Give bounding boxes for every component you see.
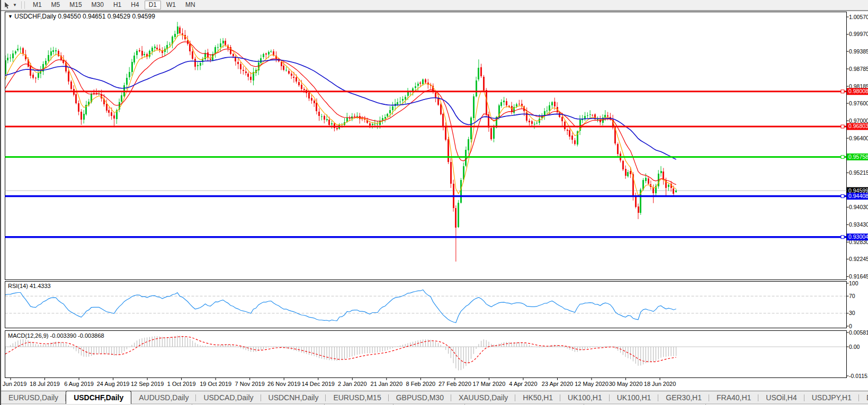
timeframe-button-h4[interactable]: H4: [127, 1, 143, 10]
tab-audusd-daily[interactable]: AUDUSD,Daily: [131, 392, 196, 404]
hline-handle: [841, 155, 844, 158]
tab-uk100-h1[interactable]: UK100,H1: [610, 392, 659, 404]
tab-gbpusd-m30[interactable]: GBPUSD,M30: [389, 392, 451, 404]
hline-handle: [841, 236, 844, 239]
tab-eurusd-m15[interactable]: EURUSD,M15: [326, 392, 388, 404]
tab-xauusd-daily[interactable]: XAUUSD,Daily: [451, 392, 515, 404]
chart-canvas[interactable]: 1.005700.999700.993850.987850.981850.976…: [1, 11, 868, 391]
chevron-down-icon[interactable]: ▼: [13, 3, 17, 7]
chart-tabs: EURUSD,DailyUSDCHF,DailyAUDUSD,DailyUSDC…: [1, 392, 868, 404]
timeframe-button-m30[interactable]: M30: [87, 1, 108, 10]
timeframe-button-mn[interactable]: MN: [181, 1, 200, 10]
tab-usdchf-daily[interactable]: USDCHF,Daily: [66, 391, 131, 404]
hline-handle: [841, 195, 844, 198]
tab-usdjpy-h1[interactable]: USDJPY,H1: [804, 392, 859, 404]
tab-fra40-h1[interactable]: FRA40,H1: [709, 392, 758, 404]
mt4-chart-window: ▼ M1M5M15M30H1H4D1W1MN 1.005700.999700.9…: [0, 0, 868, 405]
tab-ger30-h1[interactable]: GER30,H1: [658, 392, 709, 404]
timeframe-button-m1[interactable]: M1: [29, 1, 46, 10]
timeframe-buttons: M1M5M15M30H1H4D1W1MN: [28, 1, 200, 10]
date-axis[interactable]: [5, 378, 846, 390]
chart-tab-bar: EURUSD,DailyUSDCHF,DailyAUDUSD,DailyUSDC…: [1, 391, 868, 404]
timeframe-button-h1[interactable]: H1: [109, 1, 126, 10]
tab-usdcad-daily[interactable]: USDCAD,Daily: [196, 392, 261, 404]
cursor-icon[interactable]: [2, 1, 13, 9]
timeframe-button-m15[interactable]: M15: [65, 1, 86, 10]
tab-usoil-h4[interactable]: USOil,H4: [758, 392, 804, 404]
tab-eurusd-daily[interactable]: EURUSD,Daily: [1, 392, 66, 404]
tab-dj30-m15[interactable]: DJ30,M15: [859, 392, 868, 404]
tab-uk100-h1[interactable]: UK100,H1: [560, 392, 610, 404]
price-axis[interactable]: [846, 11, 868, 379]
hline-handle: [841, 90, 844, 93]
timeframe-toolbar: ▼ M1M5M15M30H1H4D1W1MN: [1, 0, 868, 11]
hline-handle: [841, 125, 844, 128]
timeframe-button-d1[interactable]: D1: [145, 1, 161, 10]
tab-usdcnh-daily[interactable]: USDCNH,Daily: [261, 392, 326, 404]
cursor-icon-glyph: [4, 2, 11, 9]
tab-hk50-h1[interactable]: HK50,H1: [515, 392, 560, 404]
timeframe-button-w1[interactable]: W1: [162, 1, 180, 10]
timeframe-button-m5[interactable]: M5: [47, 1, 65, 10]
toolbar-grip: [21, 2, 25, 8]
